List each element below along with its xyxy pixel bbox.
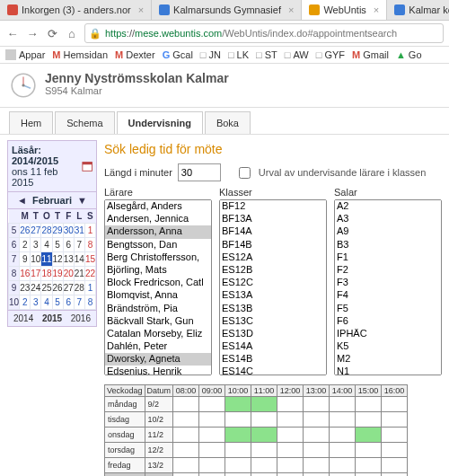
hour-cell[interactable]	[277, 428, 304, 443]
hour-cell[interactable]	[173, 397, 199, 412]
hour-cell[interactable]	[277, 397, 304, 412]
calendar-day[interactable]: 13	[63, 252, 74, 267]
hour-cell[interactable]	[304, 428, 330, 443]
hour-cell[interactable]	[356, 458, 382, 473]
hour-cell[interactable]	[251, 397, 277, 412]
calendar-day[interactable]: 1	[84, 281, 95, 295]
teachers-list[interactable]: Alsegård, AndersAndersen, JennicaAnderss…	[104, 199, 212, 375]
calendar-day[interactable]: 9	[20, 252, 31, 267]
hour-cell[interactable]	[225, 443, 251, 458]
calendar-day[interactable]: 17	[31, 267, 41, 281]
calendar-day[interactable]: 4	[41, 238, 52, 252]
year-next[interactable]: 2016	[71, 313, 91, 323]
hour-cell[interactable]	[304, 412, 330, 428]
hour-cell[interactable]	[173, 412, 199, 428]
calendar-day[interactable]: 1	[84, 224, 95, 238]
calendar-day[interactable]: 5	[52, 295, 63, 310]
calendar-day[interactable]: 31	[74, 224, 84, 238]
hour-cell[interactable]	[382, 458, 408, 473]
calendar-day[interactable]: 8	[84, 295, 95, 310]
hour-cell[interactable]	[251, 412, 277, 428]
hour-cell[interactable]	[225, 397, 251, 412]
hour-cell[interactable]	[251, 458, 277, 473]
hour-cell[interactable]	[199, 428, 225, 443]
hour-cell[interactable]	[330, 473, 356, 477]
hour-cell[interactable]	[356, 443, 382, 458]
hour-cell[interactable]	[356, 428, 382, 443]
calendar-day[interactable]: 26	[20, 224, 31, 238]
calendar-day[interactable]: 5	[52, 238, 63, 252]
hour-cell[interactable]	[330, 397, 356, 412]
bookmark-item[interactable]: □JN	[200, 49, 221, 60]
calendar-day[interactable]: 28	[41, 224, 52, 238]
week-number[interactable]: 6	[9, 238, 20, 252]
hour-cell[interactable]	[225, 458, 251, 473]
calendar-day[interactable]: 15	[84, 252, 95, 267]
hour-cell[interactable]	[199, 412, 225, 428]
hour-cell[interactable]	[277, 443, 304, 458]
nav-back-icon[interactable]: ←	[5, 26, 20, 40]
calendar-day[interactable]: 20	[63, 267, 74, 281]
calendar-day[interactable]: 6	[63, 238, 74, 252]
length-input[interactable]	[178, 163, 221, 181]
hour-cell[interactable]	[304, 458, 330, 473]
main-tab-boka[interactable]: Boka	[205, 111, 251, 134]
hour-cell[interactable]	[199, 473, 225, 477]
week-number[interactable]: 8	[9, 267, 20, 281]
main-tab-undervisning[interactable]: Undervisning	[117, 111, 203, 134]
hour-cell[interactable]	[173, 458, 199, 473]
browser-tab[interactable]: Kalmarsunds Gymnasief×	[152, 0, 302, 20]
bookmark-item[interactable]: Appar	[5, 49, 45, 60]
calendar-day[interactable]: 30	[63, 224, 74, 238]
hour-cell[interactable]	[225, 428, 251, 443]
week-number[interactable]: 7	[9, 252, 20, 267]
close-icon[interactable]: ×	[138, 4, 144, 15]
hour-cell[interactable]	[356, 473, 382, 477]
calendar-day[interactable]: 22	[84, 267, 95, 281]
next-month-icon[interactable]: ▼	[77, 195, 87, 206]
hour-cell[interactable]	[382, 428, 408, 443]
calendar-day[interactable]: 8	[84, 238, 95, 252]
calendar-day[interactable]: 26	[52, 281, 63, 295]
close-icon[interactable]: ×	[288, 4, 294, 15]
url-bar[interactable]: 🔒 https://mese.webuntis.com/WebUntis/ind…	[84, 23, 444, 43]
calendar-day[interactable]: 29	[52, 224, 63, 238]
bookmark-item[interactable]: GGcal	[163, 49, 193, 60]
calendar-day[interactable]: 21	[74, 267, 84, 281]
calendar-day[interactable]: 28	[74, 281, 84, 295]
hour-cell[interactable]	[330, 458, 356, 473]
hour-cell[interactable]	[173, 443, 199, 458]
browser-tab[interactable]: Kalmar kommu×	[387, 0, 449, 20]
calendar-day[interactable]: 27	[63, 281, 74, 295]
selection-checkbox[interactable]	[239, 167, 251, 179]
calendar-day[interactable]: 7	[74, 295, 84, 310]
close-icon[interactable]: ×	[374, 4, 379, 15]
hour-cell[interactable]	[382, 473, 408, 477]
calendar-day[interactable]: 16	[20, 267, 31, 281]
calendar-icon[interactable]	[82, 160, 92, 172]
main-tab-schema[interactable]: Schema	[55, 111, 114, 134]
hour-cell[interactable]	[304, 397, 330, 412]
hour-cell[interactable]	[330, 412, 356, 428]
bookmark-item[interactable]: □GYF	[316, 49, 345, 60]
hour-cell[interactable]	[356, 412, 382, 428]
hour-cell[interactable]	[199, 458, 225, 473]
calendar-day[interactable]: 3	[31, 295, 41, 310]
bookmark-item[interactable]: MHemsidan	[52, 49, 108, 60]
bookmark-item[interactable]: □AW	[285, 49, 309, 60]
bookmark-item[interactable]: MDexter	[115, 49, 155, 60]
hour-cell[interactable]	[251, 443, 277, 458]
calendar-day[interactable]: 4	[41, 295, 52, 310]
calendar-day[interactable]: 7	[74, 238, 84, 252]
year-prev[interactable]: 2014	[13, 313, 33, 323]
calendar-day[interactable]: 24	[31, 281, 41, 295]
hour-cell[interactable]	[225, 473, 251, 477]
bookmark-item[interactable]: □LK	[228, 49, 249, 60]
calendar-day[interactable]: 25	[41, 281, 52, 295]
week-number[interactable]: 10	[9, 295, 20, 310]
classes-list[interactable]: BF12BF13ABF14ABF14BES12AES12BES12CES13AE…	[219, 199, 327, 375]
bookmark-item[interactable]: □ST	[256, 49, 277, 60]
calendar-day[interactable]: 12	[52, 252, 63, 267]
nav-reload-icon[interactable]: ⟳	[45, 26, 59, 40]
hour-cell[interactable]	[382, 397, 408, 412]
